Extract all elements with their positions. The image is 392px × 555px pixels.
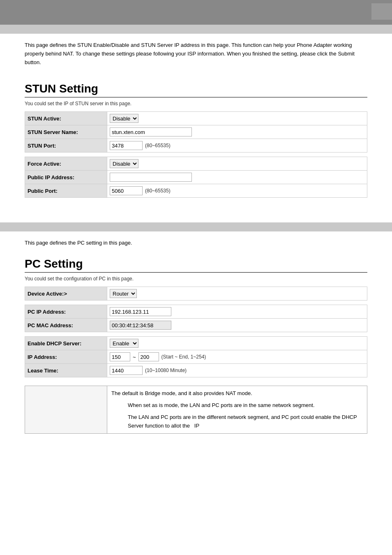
public-port-label: Public Port:	[25, 184, 107, 198]
ip-range-end-input[interactable]	[138, 352, 159, 361]
stun-content-area: STUN Setting You could set the IP of STU…	[0, 82, 392, 198]
pc-mac-input	[110, 321, 171, 330]
section-header-bar-pc	[0, 222, 392, 231]
pc-mac-label: PC MAC Address:	[25, 319, 107, 332]
ip-range-hint: (Start ~ End, 1~254)	[161, 354, 206, 360]
public-ip-row: Public IP Address:	[25, 171, 367, 184]
device-active-label: Device Active:>	[25, 287, 107, 301]
stun-active-select[interactable]: Disable Enable	[110, 114, 138, 123]
top-bar	[0, 0, 392, 25]
info-left-col	[25, 386, 107, 434]
force-active-select[interactable]: Disable Enable	[110, 159, 138, 168]
stun-spacer-row	[25, 153, 367, 157]
public-port-value: (80~65535)	[107, 184, 367, 198]
lease-time-hint: (10~10080 Minute)	[145, 368, 187, 373]
stun-active-value: Disable Enable	[107, 112, 367, 125]
stun-server-row: STUN Server Name:	[25, 125, 367, 139]
ip-range-label: IP Address:	[25, 350, 107, 364]
lease-time-input[interactable]	[110, 366, 143, 375]
pc-section-line	[25, 272, 367, 273]
force-active-label: Force Active:	[25, 157, 107, 171]
spacer2	[0, 210, 392, 222]
stun-active-label: STUN Active:	[25, 112, 107, 125]
ip-range-tilde: ~	[133, 354, 136, 360]
force-active-row: Force Active: Disable Enable	[25, 157, 367, 171]
pc-spacer-row	[25, 301, 367, 305]
stun-server-label: STUN Server Name:	[25, 125, 107, 139]
info-text-1: The default is Bridge mode, and it also …	[111, 389, 363, 398]
dhcp-enable-row: Enable DHCP Server: Enable Disable	[25, 337, 367, 350]
stun-port-value: (80~65535)	[107, 139, 367, 153]
public-ip-label: Public IP Address:	[25, 171, 107, 184]
stun-port-label: STUN Port:	[25, 139, 107, 153]
lease-time-value: (10~10080 Minute)	[107, 364, 367, 377]
section-header-bar-stun	[0, 25, 392, 34]
public-ip-value	[107, 171, 367, 184]
pc-settings-table: Device Active:> Router Bridge PC IP Addr…	[25, 287, 367, 377]
info-text-2: When set as is mode, the LAN and PC port…	[111, 401, 363, 410]
pc-ip-label: PC IP Address:	[25, 305, 107, 319]
info-right-col: The default is Bridge mode, and it also …	[107, 386, 367, 434]
force-active-value: Disable Enable	[107, 157, 367, 171]
device-active-value: Router Bridge	[107, 287, 367, 301]
pc-ip-input[interactable]	[110, 307, 171, 316]
info-text-3: The LAN and PC ports are in the differen…	[111, 413, 363, 430]
pc-spacer-row2	[25, 332, 367, 337]
ip-range-value: ~ (Start ~ End, 1~254)	[107, 350, 367, 364]
public-ip-input[interactable]	[110, 173, 192, 182]
pc-mac-row: PC MAC Address:	[25, 319, 367, 332]
public-port-row: Public Port: (80~65535)	[25, 184, 367, 198]
stun-server-value	[107, 125, 367, 139]
stun-section-title: STUN Setting	[25, 82, 367, 95]
dhcp-enable-value: Enable Disable	[107, 337, 367, 350]
pc-content-area: PC Setting You could set the configurati…	[0, 257, 392, 434]
public-port-input[interactable]	[110, 186, 143, 195]
stun-port-row: STUN Port: (80~65535)	[25, 139, 367, 153]
info-table: The default is Bridge mode, and it also …	[25, 386, 367, 434]
stun-active-row: STUN Active: Disable Enable	[25, 112, 367, 125]
stun-settings-table: STUN Active: Disable Enable STUN Server …	[25, 111, 367, 198]
pc-mac-value	[107, 319, 367, 332]
pc-section-title: PC Setting	[25, 257, 367, 271]
lease-time-row: Lease Time: (10~10080 Minute)	[25, 364, 367, 377]
stun-section-line	[25, 97, 367, 97]
spacer1	[0, 198, 392, 210]
stun-server-input[interactable]	[110, 127, 192, 136]
dhcp-enable-label: Enable DHCP Server:	[25, 337, 107, 350]
ip-range-start-input[interactable]	[110, 352, 130, 361]
device-active-select[interactable]: Router Bridge	[110, 289, 137, 298]
pc-ip-row: PC IP Address:	[25, 305, 367, 319]
pc-intro-text: This page defines the PC setting in this…	[0, 231, 392, 249]
stun-subtitle: You could set the IP of STUN server in t…	[25, 101, 367, 106]
ip-range-row: IP Address: ~ (Start ~ End, 1~254)	[25, 350, 367, 364]
stun-port-hint: (80~65535)	[145, 143, 171, 148]
lease-time-label: Lease Time:	[25, 364, 107, 377]
pc-ip-value	[107, 305, 367, 319]
info-table-row: The default is Bridge mode, and it also …	[25, 386, 367, 434]
dhcp-enable-select[interactable]: Enable Disable	[110, 339, 138, 348]
intro-text: This page defines the STUN Enable/Disabl…	[0, 34, 392, 74]
device-active-row: Device Active:> Router Bridge	[25, 287, 367, 301]
public-port-hint: (80~65535)	[145, 188, 171, 194]
pc-subtitle: You could set the configuration of PC in…	[25, 276, 367, 282]
stun-port-input[interactable]	[110, 141, 143, 150]
top-bar-tab	[371, 3, 392, 20]
